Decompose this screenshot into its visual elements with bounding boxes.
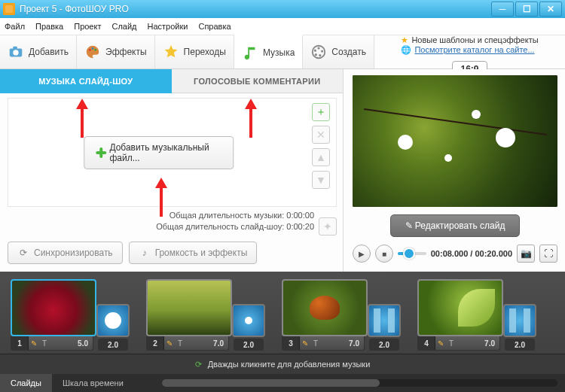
fullscreen-button[interactable]: ⛶ [539,245,557,263]
volume-fx-button[interactable]: ♪Громкость и эффекты [129,242,258,264]
text-icon: T [446,339,457,348]
svg-marker-26 [245,99,257,109]
music-panel: МУЗЫКА СЛАЙД-ШОУ ГОЛОСОВЫЕ КОММЕНТАРИИ Д… [0,69,344,272]
music-duration-label: Общая длительность музыки: [170,211,285,220]
magic-wand-button[interactable]: ✦ [319,217,337,236]
move-up-button[interactable]: ▲ [312,148,330,166]
text-icon: T [175,339,185,348]
slide-strip[interactable]: 1✎T5.0 2.0 2✎T7.0 2.0 [0,272,565,354]
timeline-scrollbar[interactable] [162,379,557,387]
toolbar-add[interactable]: Добавить [0,35,77,68]
menu-project[interactable]: Проект [74,22,101,31]
toolbar-music-label: Музыка [263,47,295,58]
svg-marker-28 [155,178,167,188]
slide-duration: 7.0 [213,339,228,348]
svg-point-3 [89,49,91,51]
transition-item[interactable]: 2.0 [98,304,128,351]
templates-link[interactable]: Посмотрите каталог на сайте... [414,45,534,54]
snapshot-button[interactable]: 📷 [517,245,535,263]
sync-button[interactable]: ⟳Синхронизировать [8,242,123,264]
music-hint: Дважды кликните для добавления музыки [208,360,371,369]
window-title: Проект 5 - ФотоШОУ PRO [20,4,129,14]
transition-thumbnail [96,304,130,337]
toolbar-transitions[interactable]: Переходы [155,35,234,68]
music-track-row[interactable]: ⟳ Дважды кликните для добавления музыки [0,354,565,374]
transition-item[interactable]: 2.0 [505,304,535,351]
svg-marker-24 [76,99,88,109]
svg-rect-2 [13,47,17,50]
svg-point-9 [319,54,322,56]
slide-duration: 7.0 [484,339,499,348]
preview-panel: ✎ Редактировать слайд ▶ ■ 00:08.000 / 00… [344,69,565,272]
slide-thumbnail [11,279,96,336]
slide-item[interactable]: 1✎T5.0 [11,279,93,351]
app-window: Проект 5 - ФотоШОУ PRO ─ ☐ ✕ Файл Правка… [0,0,565,392]
transition-item[interactable]: 2.0 [369,304,399,351]
toolbar-create[interactable]: Создать [303,35,374,68]
menu-file[interactable]: Файл [5,22,25,31]
templates-line1: Новые шаблоны и спецэффекты [411,35,538,44]
add-track-button[interactable]: ＋ [312,103,330,121]
svg-point-11 [314,50,316,52]
toolbar-add-label: Добавить [29,47,69,57]
close-button[interactable]: ✕ [539,2,562,17]
slide-number: 3 [282,336,300,350]
tab-voice-comments[interactable]: ГОЛОСОВЫЕ КОММЕНТАРИИ [172,69,344,93]
menu-settings[interactable]: Настройки [148,22,188,31]
transition-duration: 2.0 [505,339,535,351]
edit-slide-button[interactable]: ✎ Редактировать слайд [390,214,520,237]
slide-thumbnail [282,279,368,336]
transition-duration: 2.0 [369,339,399,351]
move-down-button[interactable]: ▼ [312,171,330,189]
slide-group: 4✎T7.0 2.0 [417,279,535,351]
tab-slideshow-music[interactable]: МУЗЫКА СЛАЙД-ШОУ [0,69,172,93]
time-current: 00:08.000 [431,249,469,258]
menu-edit[interactable]: Правка [35,22,63,31]
toolbar: Добавить Эффекты Переходы Музыка Создать… [0,35,565,69]
play-button[interactable]: ▶ [353,245,371,263]
slide-item[interactable]: 2✎T7.0 [146,279,229,351]
maximize-button[interactable]: ☐ [515,2,538,17]
playback-time: 00:08.000 / 00:20.000 [431,249,512,258]
timeline: 1✎T5.0 2.0 2✎T7.0 2.0 [0,272,565,392]
slide-group: 2✎T7.0 2.0 [146,279,264,351]
reel-icon [310,44,327,60]
slide-item[interactable]: 3✎T7.0 [282,279,365,351]
svg-point-7 [318,47,320,49]
menubar: Файл Правка Проект Слайд Настройки Справ… [0,18,565,35]
slide-item[interactable]: 4✎T7.0 [417,279,500,351]
timeline-tab-slides[interactable]: Слайды [0,374,52,392]
music-list-body: Добавить музыкальный файл... [8,99,309,206]
palette-icon [84,44,101,60]
pencil-icon: ✎ [164,339,175,348]
svg-point-8 [321,50,323,53]
menu-help[interactable]: Справка [198,22,231,31]
toolbar-create-label: Создать [331,47,366,57]
transition-thumbnail [503,304,536,337]
stop-button[interactable]: ■ [375,245,393,263]
toolbar-effects[interactable]: Эффекты [77,35,155,68]
add-music-file-button[interactable]: Добавить музыкальный файл... [84,136,234,169]
preview-viewport[interactable] [353,75,557,207]
refresh-icon: ⟳ [195,360,202,369]
duration-info: Общая длительность музыки: 0:00:00 Общая… [0,208,343,237]
slide-number: 2 [147,336,164,350]
timeline-tab-scale[interactable]: Шкала времени [52,374,134,392]
slide-group: 1✎T5.0 2.0 [11,279,128,351]
transition-item[interactable]: 2.0 [234,304,264,351]
toolbar-music[interactable]: Музыка [234,35,303,68]
slide-thumbnail [146,279,232,336]
music-bottom-buttons: ⟳Синхронизировать ♪Громкость и эффекты [0,237,343,272]
minimize-button[interactable]: ─ [491,2,514,17]
music-duration-value: 0:00:00 [286,211,314,220]
hint-arrow-icon [75,99,90,140]
menu-slide[interactable]: Слайд [111,22,136,31]
plus-icon [95,147,105,159]
seek-bar[interactable] [398,252,426,255]
titlebar: Проект 5 - ФотоШОУ PRO ─ ☐ ✕ [0,0,565,18]
music-list-area: Добавить музыкальный файл... ＋ ✕ ▲ ▼ [8,98,337,207]
toolbar-transitions-label: Переходы [184,47,226,57]
sync-label: Синхронизировать [34,248,113,258]
templates-promo: ★Новые шаблоны и спецэффекты 🌐Посмотрите… [401,35,538,55]
remove-track-button[interactable]: ✕ [312,126,330,144]
